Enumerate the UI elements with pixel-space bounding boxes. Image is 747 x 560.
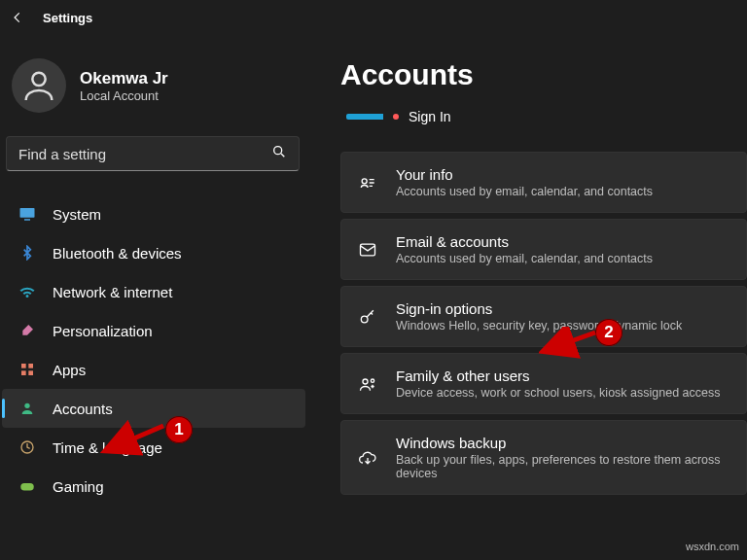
card-subtitle: Windows Hello, security key, password, d… [396, 319, 682, 332]
sidebar-nav: System Bluetooth & devices Network & int… [2, 194, 305, 506]
alert-dot-icon [393, 114, 399, 120]
card-title: Windows backup [396, 435, 730, 451]
wifi-icon [18, 282, 37, 301]
card-title: Email & accounts [396, 233, 653, 250]
gamepad-icon [18, 476, 37, 496]
sidebar-item-label: Time & language [53, 439, 162, 456]
card-subtitle: Device access, work or school users, kio… [396, 386, 720, 400]
monitor-icon [18, 204, 37, 224]
card-sign-in-options[interactable]: Sign-in options Windows Hello, security … [340, 286, 747, 347]
annotation-badge-1: 1 [165, 416, 193, 443]
sidebar-item-label: Accounts [53, 401, 113, 417]
sidebar-item-accounts[interactable]: Accounts [2, 389, 305, 428]
back-icon[interactable] [10, 10, 25, 25]
avatar [12, 58, 66, 113]
sidebar-item-time-language[interactable]: Time & language [2, 428, 305, 467]
sidebar-item-network[interactable]: Network & internet [2, 272, 305, 311]
search-input[interactable] [18, 146, 271, 162]
card-family-other-users[interactable]: Family & other users Device access, work… [340, 353, 747, 414]
sidebar-item-apps[interactable]: Apps [2, 350, 305, 389]
user-name: Okemwa Jr [80, 69, 168, 88]
watermark: wsxdn.com [686, 541, 739, 552]
svg-rect-10 [20, 483, 34, 491]
svg-point-15 [371, 379, 374, 382]
sidebar-item-label: Bluetooth & devices [53, 245, 182, 262]
cloud-backup-icon [357, 447, 378, 469]
svg-rect-5 [28, 364, 33, 368]
sidebar-item-label: Personalization [53, 323, 153, 339]
sidebar-item-system[interactable]: System [2, 194, 305, 233]
user-block[interactable]: Okemwa Jr Local Account [2, 54, 305, 113]
brush-icon [18, 321, 37, 340]
sidebar: Okemwa Jr Local Account System Bluetooth… [0, 35, 311, 560]
svg-rect-4 [21, 364, 26, 368]
svg-point-1 [274, 147, 282, 155]
key-icon [357, 306, 378, 328]
main-layout: Okemwa Jr Local Account System Bluetooth… [0, 35, 747, 560]
sidebar-item-label: Gaming [53, 478, 104, 495]
titlebar: Settings [0, 0, 747, 35]
sidebar-item-personalization[interactable]: Personalization [2, 311, 305, 350]
svg-rect-2 [20, 208, 35, 218]
content-area: Accounts Sign In Your info Accounts used… [311, 35, 747, 560]
search-field-wrap[interactable] [6, 136, 300, 171]
signin-row: Sign In [346, 109, 747, 124]
svg-point-8 [24, 403, 29, 408]
sidebar-item-label: System [53, 206, 101, 223]
card-subtitle: Accounts used by email, calendar, and co… [396, 252, 653, 265]
svg-point-11 [362, 178, 367, 183]
svg-rect-3 [24, 219, 30, 221]
sidebar-item-label: Apps [53, 362, 86, 378]
person-icon [18, 399, 37, 418]
mail-icon [357, 239, 378, 261]
svg-rect-12 [361, 244, 375, 256]
card-title: Family & other users [396, 368, 720, 384]
card-windows-backup[interactable]: Windows backup Back up your files, apps,… [340, 420, 747, 495]
card-email-accounts[interactable]: Email & accounts Accounts used by email,… [340, 219, 747, 280]
card-subtitle: Back up your files, apps, preferences to… [396, 453, 730, 480]
svg-point-0 [32, 73, 45, 86]
accent-chip [346, 114, 383, 120]
id-card-icon [357, 172, 378, 193]
card-title: Sign-in options [396, 300, 682, 317]
sign-in-link[interactable]: Sign In [409, 109, 451, 124]
page-title: Accounts [340, 58, 747, 91]
grid-icon [18, 360, 37, 379]
annotation-badge-2: 2 [595, 319, 622, 346]
app-title: Settings [43, 11, 92, 25]
card-title: Your info [396, 166, 653, 183]
svg-point-14 [363, 379, 368, 384]
clock-globe-icon [18, 438, 37, 457]
card-your-info[interactable]: Your info Accounts used by email, calend… [340, 152, 747, 213]
sidebar-item-gaming[interactable]: Gaming [2, 467, 305, 506]
sidebar-item-label: Network & internet [53, 284, 172, 300]
bluetooth-icon [18, 243, 37, 262]
search-icon [271, 144, 287, 163]
svg-rect-7 [28, 370, 33, 375]
svg-point-13 [361, 316, 368, 323]
settings-card-list: Your info Accounts used by email, calend… [340, 152, 747, 495]
user-account-type: Local Account [80, 88, 168, 103]
svg-rect-6 [21, 370, 26, 375]
sidebar-item-bluetooth[interactable]: Bluetooth & devices [2, 233, 305, 272]
people-plus-icon [357, 373, 378, 395]
card-subtitle: Accounts used by email, calendar, and co… [396, 185, 653, 198]
